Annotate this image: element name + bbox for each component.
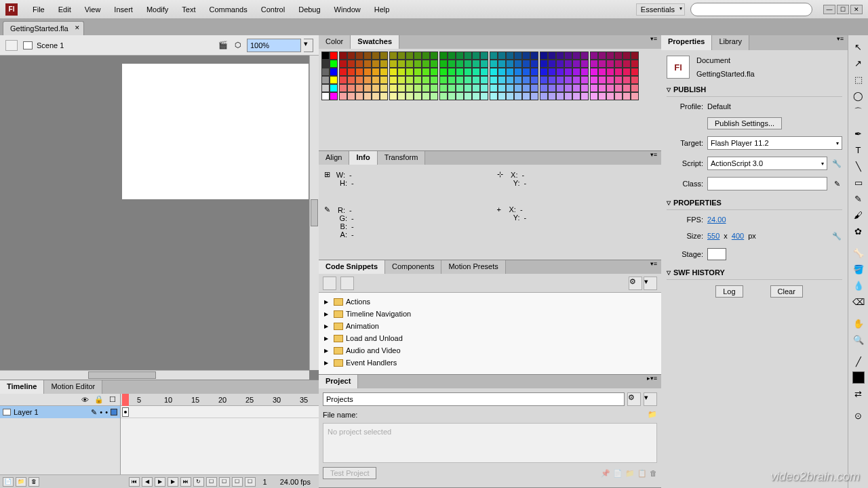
color-swatch[interactable] [456, 52, 464, 60]
color-swatch[interactable] [548, 68, 556, 76]
color-swatch[interactable] [498, 92, 506, 100]
color-swatch[interactable] [414, 92, 422, 100]
color-swatch[interactable] [498, 68, 506, 76]
text-tool[interactable]: T [851, 142, 866, 157]
color-swatch[interactable] [414, 68, 422, 76]
project-gear-icon[interactable]: ⚙ [627, 392, 641, 406]
color-swatch[interactable] [422, 68, 430, 76]
color-swatch[interactable] [414, 84, 422, 92]
subselection-tool[interactable]: ↗ [851, 56, 866, 70]
color-swatch[interactable] [363, 52, 372, 60]
deco-tool[interactable]: ✿ [851, 224, 866, 239]
center-frame-button[interactable]: ☐ [245, 477, 256, 487]
color-swatch[interactable] [430, 52, 438, 60]
color-swatch[interactable] [422, 76, 430, 84]
3d-rotation-tool[interactable]: ◯ [851, 88, 866, 103]
clear-button[interactable]: Clear [770, 285, 803, 298]
delete-layer-button[interactable]: 🗑 [28, 477, 39, 487]
snippet-folder[interactable]: ▶Animation [321, 320, 658, 332]
tab-color[interactable]: Color [319, 35, 351, 49]
color-swatch[interactable] [339, 92, 347, 100]
height-value[interactable]: 400 [732, 232, 744, 240]
color-swatch[interactable] [363, 60, 372, 68]
color-swatch[interactable] [580, 84, 589, 92]
color-swatch[interactable] [556, 52, 564, 60]
color-swatch[interactable] [598, 92, 606, 100]
color-swatch[interactable] [389, 60, 397, 68]
paint-bucket-tool[interactable]: 🪣 [851, 262, 866, 277]
color-swatch[interactable] [406, 52, 414, 60]
registration-icon[interactable]: ⊞ [324, 170, 330, 179]
color-swatch[interactable] [606, 92, 614, 100]
color-swatch[interactable] [439, 84, 448, 92]
tab-properties[interactable]: Properties [661, 35, 712, 50]
color-swatch[interactable] [623, 76, 631, 84]
color-swatch[interactable] [448, 92, 456, 100]
color-swatch[interactable] [614, 68, 623, 76]
color-swatch[interactable] [363, 92, 372, 100]
color-swatch[interactable] [580, 76, 589, 84]
color-swatch[interactable] [330, 92, 338, 100]
color-swatch[interactable] [540, 76, 548, 84]
close-tab-icon[interactable]: ✕ [75, 24, 80, 31]
panel-menu-icon[interactable]: ▾≡ [833, 35, 848, 50]
color-swatch[interactable] [614, 84, 623, 92]
color-swatch[interactable] [347, 84, 355, 92]
color-swatch[interactable] [406, 76, 414, 84]
snippet-folder[interactable]: ▶Timeline Navigation [321, 308, 658, 320]
color-swatch[interactable] [480, 76, 488, 84]
color-swatch[interactable] [490, 52, 498, 60]
color-swatch[interactable] [406, 92, 414, 100]
scene-back-button[interactable] [5, 40, 18, 51]
color-swatch[interactable] [548, 60, 556, 68]
color-swatch[interactable] [380, 84, 388, 92]
color-swatch[interactable] [330, 60, 338, 68]
color-swatch[interactable] [397, 68, 406, 76]
color-swatch[interactable] [389, 92, 397, 100]
color-swatch[interactable] [514, 60, 522, 68]
tab-info[interactable]: Info [349, 151, 377, 165]
menu-control[interactable]: Control [254, 3, 292, 16]
color-swatch[interactable] [372, 52, 380, 60]
color-swatch[interactable] [498, 84, 506, 92]
tab-library[interactable]: Library [712, 35, 749, 50]
pencil-icon[interactable]: ✎ [91, 408, 97, 417]
color-swatch[interactable] [464, 60, 472, 68]
color-swatch[interactable] [422, 84, 430, 92]
color-swatch[interactable] [614, 76, 623, 84]
color-swatch[interactable] [456, 68, 464, 76]
color-swatch[interactable] [448, 84, 456, 92]
swap-colors[interactable]: ⇄ [851, 386, 866, 401]
new-folder-button[interactable]: 📁 [16, 477, 26, 487]
color-swatch[interactable] [456, 76, 464, 84]
color-swatch[interactable] [397, 52, 406, 60]
color-swatch[interactable] [464, 52, 472, 60]
color-swatch[interactable] [480, 84, 488, 92]
section-properties[interactable]: ▽PROPERTIES [667, 196, 842, 210]
color-swatch[interactable] [472, 84, 480, 92]
color-swatch[interactable] [564, 84, 572, 92]
color-swatch[interactable] [514, 76, 522, 84]
color-swatch[interactable] [355, 52, 363, 60]
color-swatch[interactable] [590, 68, 598, 76]
color-swatch[interactable] [439, 60, 448, 68]
project-dropdown-icon[interactable]: ▾ [644, 392, 657, 406]
color-swatch[interactable] [623, 68, 631, 76]
color-swatch[interactable] [430, 68, 438, 76]
color-swatch[interactable] [347, 52, 355, 60]
end-button[interactable]: ⏭ [180, 477, 191, 487]
selection-tool[interactable]: ↖ [851, 39, 866, 54]
color-swatch[interactable] [347, 68, 355, 76]
color-swatch[interactable] [540, 68, 548, 76]
color-swatch[interactable] [606, 60, 614, 68]
line-tool[interactable]: ╲ [851, 159, 866, 174]
color-swatch[interactable] [339, 52, 347, 60]
color-swatch[interactable] [598, 68, 606, 76]
menu-debug[interactable]: Debug [292, 3, 327, 16]
color-swatch[interactable] [556, 76, 564, 84]
panel-menu-icon[interactable]: ▾≡ [646, 151, 661, 165]
tab-motion-editor[interactable]: Motion Editor [44, 380, 102, 394]
color-swatch[interactable] [514, 84, 522, 92]
color-swatch[interactable] [623, 52, 631, 60]
color-swatch[interactable] [623, 60, 631, 68]
